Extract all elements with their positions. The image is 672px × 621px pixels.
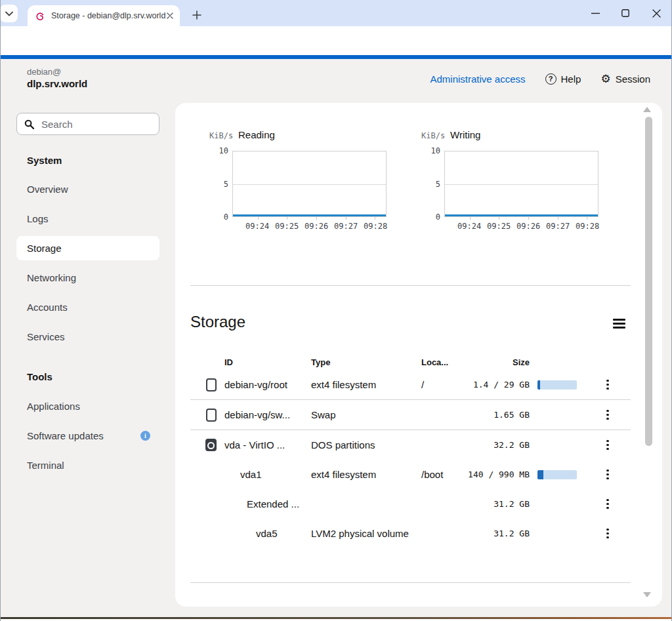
drive-icon xyxy=(205,439,217,451)
storage-row-extended-[interactable]: Extended ...31.2 GB xyxy=(190,489,631,519)
help-menu[interactable]: ? Help xyxy=(545,73,581,85)
cell-id: debian-vg/root xyxy=(224,379,311,390)
cell-location: / xyxy=(421,379,464,390)
writing-chart: KiB/s Writing 1050 09:2409:2509:2609:270… xyxy=(421,129,602,244)
col-header-type: Type xyxy=(311,357,421,367)
y-tick-label: 5 xyxy=(224,180,228,189)
sidebar-search[interactable] xyxy=(16,113,159,135)
scrollbar-thumb[interactable] xyxy=(645,117,652,446)
x-tick-mark xyxy=(316,216,317,220)
cell-size: 31.2 GB xyxy=(464,499,530,509)
y-tick-label: 10 xyxy=(431,146,440,155)
cell-size: 1.4 / 29 GB xyxy=(464,380,530,390)
tab-close-icon[interactable] xyxy=(167,12,173,19)
x-tick-label: 09:25 xyxy=(487,222,511,231)
storage-menu-button[interactable] xyxy=(613,319,625,329)
session-menu[interactable]: ⚙ Session xyxy=(600,73,650,85)
usage-bar xyxy=(537,380,577,390)
x-tick-mark xyxy=(258,216,259,220)
reading-plot-area xyxy=(232,151,387,217)
tab-search-button[interactable] xyxy=(0,5,18,22)
cell-type: ext4 filesystem xyxy=(311,379,421,390)
writing-chart-unit: KiB/s xyxy=(421,131,444,140)
chevron-down-icon xyxy=(5,11,13,16)
maximize-icon xyxy=(621,9,629,17)
scrollbar-up-arrow[interactable] xyxy=(643,107,651,112)
card-divider xyxy=(190,285,631,286)
new-tab-button[interactable] xyxy=(188,6,206,24)
storage-row-debian-vg-sw-[interactable]: debian-vg/sw...Swap1.65 GB xyxy=(190,400,631,430)
sidebar-item-software-updates[interactable]: Software updatesi xyxy=(16,421,159,451)
window-close-button[interactable] xyxy=(643,4,669,22)
sidebar-item-accounts[interactable]: Accounts xyxy=(16,292,159,322)
y-tick-label: 5 xyxy=(436,180,440,189)
cell-type: Swap xyxy=(311,409,421,420)
cell-size: 140 / 990 MB xyxy=(464,470,530,479)
sidebar-item-services[interactable]: Services xyxy=(16,322,159,351)
search-input[interactable] xyxy=(40,118,141,130)
sidebar-item-networking[interactable]: Networking xyxy=(16,263,159,292)
x-tick-mark xyxy=(375,216,375,220)
main-content-panel: KiB/s Reading 1050 09:2409:2509:2609:270… xyxy=(175,103,662,607)
x-tick-label: 09:26 xyxy=(516,222,540,231)
sidebar-item-storage[interactable]: Storage xyxy=(16,236,159,260)
x-tick-mark xyxy=(528,216,529,220)
sidebar-section-tools: Tools xyxy=(16,362,159,391)
reading-series-line xyxy=(233,214,386,216)
sidebar-section-system: System xyxy=(16,146,159,175)
x-tick-label: 09:28 xyxy=(364,222,387,231)
storage-card-title: Storage xyxy=(190,313,245,331)
writing-x-axis: 09:2409:2509:2609:2709:28 xyxy=(444,222,598,232)
row-actions-kebab[interactable] xyxy=(601,407,614,422)
cell-type: ext4 filesystem xyxy=(311,469,421,480)
help-icon: ? xyxy=(545,73,556,85)
sidebar: SystemOverviewLogsStorageNetworkingAccou… xyxy=(1,100,170,619)
window-minimize-button[interactable] xyxy=(582,4,608,22)
sidebar-item-logs[interactable]: Logs xyxy=(16,204,159,233)
reading-chart: KiB/s Reading 1050 09:2409:2509:2609:270… xyxy=(209,129,390,244)
y-tick-label: 0 xyxy=(436,212,440,222)
browser-tabstrip: Storage - debian@dlp.srv.world xyxy=(0,0,672,26)
sidebar-item-terminal[interactable]: Terminal xyxy=(16,451,159,480)
minimize-icon xyxy=(591,12,600,14)
row-actions-kebab[interactable] xyxy=(601,496,614,511)
col-header-size: Size xyxy=(464,357,530,367)
plus-icon xyxy=(192,10,201,20)
cell-size: 1.65 GB xyxy=(464,410,530,420)
close-icon xyxy=(652,9,661,18)
sidebar-item-overview[interactable]: Overview xyxy=(16,174,159,204)
reading-y-axis: 1050 xyxy=(209,151,228,217)
masthead-user: debian@ xyxy=(27,66,61,77)
row-actions-kebab[interactable] xyxy=(601,377,614,392)
gridline xyxy=(233,184,386,185)
storage-row-vda-virtio-[interactable]: vda - VirtIO ...DOS partitions32.2 GB xyxy=(190,430,631,460)
sidebar-item-applications[interactable]: Applications xyxy=(16,391,159,421)
usage-bar xyxy=(537,470,577,479)
y-tick-label: 0 xyxy=(224,212,228,222)
browser-tab-active[interactable]: Storage - debian@dlp.srv.world xyxy=(28,5,180,26)
cell-id: Extended ... xyxy=(224,498,311,510)
storage-row-debian-vg-root[interactable]: debian-vg/rootext4 filesystem/1.4 / 29 G… xyxy=(190,370,631,400)
help-label: Help xyxy=(561,73,581,85)
cell-type: LVM2 physical volume xyxy=(311,528,421,539)
cell-id: debian-vg/sw... xyxy=(224,409,311,420)
reading-chart-title: Reading xyxy=(238,129,275,140)
cell-size: 31.2 GB xyxy=(464,529,530,538)
col-header-id: ID xyxy=(224,357,311,367)
storage-row-vda1[interactable]: vda1ext4 filesystem/boot140 / 990 MB xyxy=(190,460,631,489)
storage-row-vda5[interactable]: vda5LVM2 physical volume31.2 GB xyxy=(190,519,631,548)
col-header-location: Loca... xyxy=(421,357,464,367)
volume-icon xyxy=(206,409,217,422)
x-tick-mark xyxy=(587,216,587,220)
x-tick-label: 09:27 xyxy=(334,222,358,231)
scrollbar-down-arrow[interactable] xyxy=(643,592,651,597)
row-actions-kebab[interactable] xyxy=(601,437,614,452)
session-label: Session xyxy=(616,73,650,85)
cell-type: DOS partitions xyxy=(311,439,421,451)
x-tick-mark xyxy=(287,216,287,220)
row-actions-kebab[interactable] xyxy=(601,526,614,541)
administrative-access-link[interactable]: Administrative access xyxy=(430,73,525,85)
window-maximize-button[interactable] xyxy=(612,4,639,22)
reading-x-axis: 09:2409:2509:2609:2709:28 xyxy=(232,222,387,232)
row-actions-kebab[interactable] xyxy=(601,467,614,482)
